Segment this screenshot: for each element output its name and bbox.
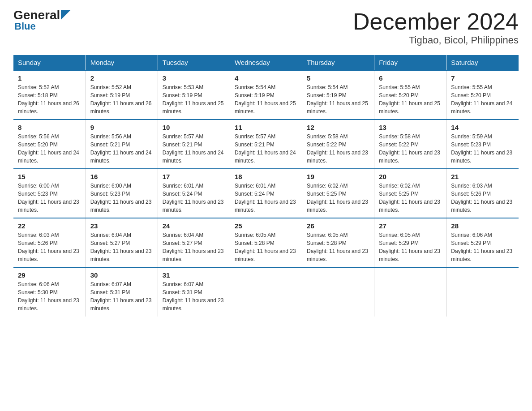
- calendar-cell: 1Sunrise: 5:52 AMSunset: 5:18 PMDaylight…: [13, 70, 86, 120]
- day-info: Sunrise: 6:07 AMSunset: 5:31 PMDaylight:…: [90, 280, 153, 313]
- day-number: 28: [451, 222, 514, 230]
- day-info: Sunrise: 5:58 AMSunset: 5:22 PMDaylight:…: [379, 133, 442, 165]
- day-number: 30: [90, 271, 153, 279]
- day-info: Sunrise: 5:58 AMSunset: 5:22 PMDaylight:…: [307, 133, 369, 165]
- day-number: 29: [18, 271, 81, 279]
- day-info: Sunrise: 5:56 AMSunset: 5:21 PMDaylight:…: [90, 133, 153, 165]
- calendar-header-row: SundayMondayTuesdayWednesdayThursdayFrid…: [13, 55, 519, 70]
- calendar-cell: 8Sunrise: 5:56 AMSunset: 5:20 PMDaylight…: [13, 120, 86, 169]
- day-info: Sunrise: 6:07 AMSunset: 5:31 PMDaylight:…: [163, 280, 225, 313]
- day-number: 20: [379, 173, 442, 180]
- day-info: Sunrise: 6:05 AMSunset: 5:29 PMDaylight:…: [379, 231, 442, 263]
- calendar-cell: [302, 267, 374, 317]
- day-number: 4: [235, 74, 297, 82]
- day-number: 23: [90, 222, 153, 230]
- day-number: 22: [18, 222, 81, 230]
- calendar-cell: 2Sunrise: 5:52 AMSunset: 5:19 PMDaylight…: [86, 70, 158, 120]
- day-info: Sunrise: 5:55 AMSunset: 5:20 PMDaylight:…: [451, 83, 514, 116]
- calendar-cell: 12Sunrise: 5:58 AMSunset: 5:22 PMDayligh…: [302, 120, 374, 169]
- calendar-cell: [230, 267, 302, 317]
- day-header-thursday: Thursday: [302, 55, 374, 70]
- calendar-cell: 13Sunrise: 5:58 AMSunset: 5:22 PMDayligh…: [374, 120, 446, 169]
- calendar-cell: 11Sunrise: 5:57 AMSunset: 5:21 PMDayligh…: [230, 120, 302, 169]
- calendar-week-row: 29Sunrise: 6:06 AMSunset: 5:30 PMDayligh…: [13, 267, 519, 317]
- calendar-cell: 16Sunrise: 6:00 AMSunset: 5:23 PMDayligh…: [86, 169, 158, 218]
- day-header-friday: Friday: [374, 55, 446, 70]
- calendar-cell: 30Sunrise: 6:07 AMSunset: 5:31 PMDayligh…: [86, 267, 158, 317]
- day-number: 16: [90, 173, 153, 180]
- location-subtitle: Tigbao, Bicol, Philippines: [353, 34, 519, 46]
- calendar-cell: 27Sunrise: 6:05 AMSunset: 5:29 PMDayligh…: [374, 218, 446, 267]
- day-info: Sunrise: 5:59 AMSunset: 5:23 PMDaylight:…: [451, 133, 514, 165]
- day-info: Sunrise: 5:53 AMSunset: 5:19 PMDaylight:…: [163, 83, 225, 116]
- day-number: 25: [235, 222, 297, 230]
- day-header-wednesday: Wednesday: [230, 55, 302, 70]
- day-info: Sunrise: 5:52 AMSunset: 5:18 PMDaylight:…: [18, 83, 81, 116]
- day-number: 11: [235, 124, 297, 131]
- day-number: 2: [90, 74, 153, 82]
- day-info: Sunrise: 6:03 AMSunset: 5:26 PMDaylight:…: [451, 182, 514, 214]
- calendar-cell: 3Sunrise: 5:53 AMSunset: 5:19 PMDaylight…: [158, 70, 230, 120]
- day-number: 21: [451, 173, 514, 180]
- day-number: 14: [451, 124, 514, 131]
- calendar-cell: 10Sunrise: 5:57 AMSunset: 5:21 PMDayligh…: [158, 120, 230, 169]
- calendar-cell: 26Sunrise: 6:05 AMSunset: 5:28 PMDayligh…: [302, 218, 374, 267]
- calendar-cell: 7Sunrise: 5:55 AMSunset: 5:20 PMDaylight…: [446, 70, 519, 120]
- calendar-cell: 18Sunrise: 6:01 AMSunset: 5:24 PMDayligh…: [230, 169, 302, 218]
- day-number: 5: [307, 74, 369, 82]
- calendar-cell: 24Sunrise: 6:04 AMSunset: 5:27 PMDayligh…: [158, 218, 230, 267]
- day-number: 12: [307, 124, 369, 131]
- day-info: Sunrise: 6:05 AMSunset: 5:28 PMDaylight:…: [307, 231, 369, 263]
- logo-triangle-icon: [61, 10, 71, 20]
- calendar-table: SundayMondayTuesdayWednesdayThursdayFrid…: [13, 55, 519, 317]
- day-number: 18: [235, 173, 297, 180]
- calendar-cell: 20Sunrise: 6:02 AMSunset: 5:25 PMDayligh…: [374, 169, 446, 218]
- day-info: Sunrise: 6:06 AMSunset: 5:29 PMDaylight:…: [451, 231, 514, 263]
- calendar-cell: 29Sunrise: 6:06 AMSunset: 5:30 PMDayligh…: [13, 267, 86, 317]
- calendar-cell: 14Sunrise: 5:59 AMSunset: 5:23 PMDayligh…: [446, 120, 519, 169]
- day-number: 17: [163, 173, 225, 180]
- logo-blue: Blue: [14, 21, 36, 32]
- day-number: 27: [379, 222, 442, 230]
- calendar-week-row: 8Sunrise: 5:56 AMSunset: 5:20 PMDaylight…: [13, 120, 519, 169]
- calendar-cell: [374, 267, 446, 317]
- day-info: Sunrise: 5:52 AMSunset: 5:19 PMDaylight:…: [90, 83, 153, 116]
- day-info: Sunrise: 6:04 AMSunset: 5:27 PMDaylight:…: [90, 231, 153, 263]
- day-number: 15: [18, 173, 81, 180]
- svg-marker-0: [61, 10, 71, 20]
- day-info: Sunrise: 6:04 AMSunset: 5:27 PMDaylight:…: [163, 231, 225, 263]
- day-info: Sunrise: 6:00 AMSunset: 5:23 PMDaylight:…: [18, 182, 81, 214]
- day-info: Sunrise: 5:57 AMSunset: 5:21 PMDaylight:…: [163, 133, 225, 165]
- day-info: Sunrise: 5:54 AMSunset: 5:19 PMDaylight:…: [307, 83, 369, 116]
- calendar-cell: 15Sunrise: 6:00 AMSunset: 5:23 PMDayligh…: [13, 169, 86, 218]
- calendar-week-row: 22Sunrise: 6:03 AMSunset: 5:26 PMDayligh…: [13, 218, 519, 267]
- day-info: Sunrise: 6:00 AMSunset: 5:23 PMDaylight:…: [90, 182, 153, 214]
- calendar-cell: 25Sunrise: 6:05 AMSunset: 5:28 PMDayligh…: [230, 218, 302, 267]
- day-info: Sunrise: 5:57 AMSunset: 5:21 PMDaylight:…: [235, 133, 297, 165]
- day-info: Sunrise: 6:02 AMSunset: 5:25 PMDaylight:…: [307, 182, 369, 214]
- day-info: Sunrise: 6:03 AMSunset: 5:26 PMDaylight:…: [18, 231, 81, 263]
- calendar-cell: 21Sunrise: 6:03 AMSunset: 5:26 PMDayligh…: [446, 169, 519, 218]
- calendar-cell: 19Sunrise: 6:02 AMSunset: 5:25 PMDayligh…: [302, 169, 374, 218]
- day-number: 1: [18, 74, 81, 82]
- calendar-cell: 5Sunrise: 5:54 AMSunset: 5:19 PMDaylight…: [302, 70, 374, 120]
- title-block: December 2024 Tigbao, Bicol, Philippines: [353, 9, 519, 46]
- day-number: 3: [163, 74, 225, 82]
- day-info: Sunrise: 5:56 AMSunset: 5:20 PMDaylight:…: [18, 133, 81, 165]
- day-number: 19: [307, 173, 369, 180]
- calendar-cell: 4Sunrise: 5:54 AMSunset: 5:19 PMDaylight…: [230, 70, 302, 120]
- day-number: 26: [307, 222, 369, 230]
- calendar-cell: 28Sunrise: 6:06 AMSunset: 5:29 PMDayligh…: [446, 218, 519, 267]
- day-info: Sunrise: 6:01 AMSunset: 5:24 PMDaylight:…: [163, 182, 225, 214]
- day-number: 7: [451, 74, 514, 82]
- month-title: December 2024: [353, 9, 519, 34]
- logo-general: General: [13, 9, 60, 21]
- day-info: Sunrise: 6:05 AMSunset: 5:28 PMDaylight:…: [235, 231, 297, 263]
- calendar-cell: 23Sunrise: 6:04 AMSunset: 5:27 PMDayligh…: [86, 218, 158, 267]
- day-number: 31: [163, 271, 225, 279]
- day-header-saturday: Saturday: [446, 55, 519, 70]
- day-info: Sunrise: 5:54 AMSunset: 5:19 PMDaylight:…: [235, 83, 297, 116]
- day-header-monday: Monday: [86, 55, 158, 70]
- day-number: 6: [379, 74, 442, 82]
- calendar-cell: 17Sunrise: 6:01 AMSunset: 5:24 PMDayligh…: [158, 169, 230, 218]
